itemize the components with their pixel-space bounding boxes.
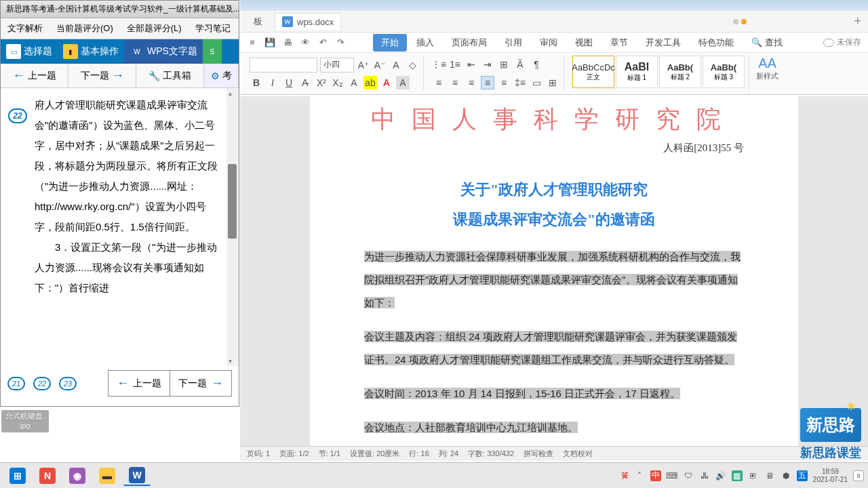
tab-green[interactable]: S [203, 39, 222, 64]
sub-icon[interactable]: X₂ [331, 76, 344, 89]
align-left-icon[interactable]: ≡ [432, 76, 446, 89]
taskbar-app-1[interactable]: N [34, 466, 61, 486]
scrollbar[interactable]: ▴ ▾ [226, 88, 239, 366]
tray-ime-icon[interactable]: ⌨ [667, 470, 677, 481]
page-22[interactable]: 22 [33, 377, 51, 390]
scroll-thumb[interactable] [228, 164, 237, 239]
nav-tools[interactable]: 🔧工具箱 [136, 64, 204, 87]
folder-icon: ▬ [99, 468, 115, 484]
rtab-layout[interactable]: 页面布局 [443, 34, 495, 52]
status-page: 页码: 1 [247, 449, 270, 459]
font-color-icon[interactable]: A [380, 76, 393, 89]
document-area[interactable]: 中国人事科学研究院 人科函[2013]55 号 关于"政府人才管理职能研究 课题… [240, 96, 868, 446]
char-shading-icon[interactable]: A [396, 76, 410, 89]
footer-next[interactable]: 下一题→ [170, 371, 231, 396]
change-case-icon[interactable]: A [389, 58, 403, 72]
align-justify-icon[interactable]: ≡ [481, 76, 494, 89]
underline-button[interactable]: U [282, 76, 296, 89]
style-h3[interactable]: AaBb(标题 3 [703, 56, 745, 88]
menu-icon[interactable]: ≡ [247, 37, 258, 48]
tray-ch-icon[interactable]: 中 [650, 470, 661, 481]
style-h2[interactable]: AaBb(标题 2 [659, 56, 701, 88]
footer-prev[interactable]: ←上一题 [108, 371, 170, 396]
status-proof[interactable]: 文档校对 [563, 449, 593, 459]
taskbar-app-2[interactable]: ◉ [64, 466, 91, 486]
search-box[interactable]: 🔍 查找 [743, 34, 791, 52]
tray-vol-icon[interactable]: 🔊 [715, 470, 726, 481]
font-family-select[interactable] [250, 58, 317, 73]
add-tab[interactable]: + [847, 12, 868, 31]
scroll-down-icon[interactable]: ▾ [229, 357, 232, 365]
menu-score-all[interactable]: 全部题评分(L) [120, 18, 189, 39]
doc-tab-active[interactable]: W wps.docx [275, 13, 341, 30]
clear-format-icon[interactable]: ◇ [406, 58, 419, 72]
italic-button[interactable]: I [266, 76, 279, 89]
rtab-section[interactable]: 章节 [602, 34, 636, 52]
rtab-ref[interactable]: 引用 [496, 34, 530, 52]
highlight-icon[interactable]: ab [363, 76, 377, 89]
taskbar-wps[interactable]: W [123, 466, 151, 486]
style-normal[interactable]: AaBbCcDc正文 [572, 56, 614, 88]
align-dist-icon[interactable]: ≡ [497, 76, 511, 89]
grow-font-icon[interactable]: A⁺ [357, 58, 370, 72]
undo-icon[interactable]: ↶ [317, 37, 328, 48]
super-icon[interactable]: X² [315, 76, 328, 89]
menu-score-current[interactable]: 当前题评分(O) [50, 18, 120, 39]
strike-icon[interactable]: A̶ [298, 76, 312, 89]
menu-notes[interactable]: 学习笔记 [189, 18, 237, 39]
print-icon[interactable]: 🖶 [282, 37, 293, 48]
status-ime[interactable]: 拼写检查 [524, 449, 553, 459]
taskbar-explorer[interactable]: ▬ [94, 466, 121, 486]
tab-wps-text[interactable]: WWPS文字题 [124, 39, 203, 64]
new-style-button[interactable]: AA 新样式 [753, 56, 781, 92]
shading-icon[interactable]: ▭ [530, 76, 543, 89]
file-chip[interactable]: 台式机键盘. jpg [1, 410, 49, 432]
tray-net-icon[interactable]: 🖧 [699, 470, 710, 481]
tray-g-icon[interactable]: ▦ [732, 470, 743, 481]
rtab-dev[interactable]: 开发工具 [637, 34, 689, 52]
rtab-review[interactable]: 审阅 [532, 34, 566, 52]
doc-tab-ban[interactable]: 板 [247, 13, 269, 30]
notification-icon[interactable]: 9 [853, 470, 864, 481]
rtab-start[interactable]: 开始 [373, 34, 407, 52]
rtab-insert[interactable]: 插入 [408, 34, 442, 52]
nav-exam[interactable]: ⚙考 [204, 64, 239, 87]
sort-icon[interactable]: Ă [513, 58, 527, 71]
numbering-icon[interactable]: 1≡ [448, 58, 462, 71]
nav-prev[interactable]: ←上一题 [1, 64, 68, 87]
save-icon[interactable]: 💾 [264, 37, 275, 48]
page-23[interactable]: 23 [59, 377, 77, 390]
rtab-view[interactable]: 视图 [567, 34, 601, 52]
rtab-special[interactable]: 特色功能 [690, 34, 742, 52]
align-right-icon[interactable]: ≡ [465, 76, 478, 89]
text-effect-icon[interactable]: A [347, 76, 361, 89]
start-button[interactable]: ⊞ [4, 466, 31, 486]
tray-shield-icon[interactable]: 🛡 [683, 470, 694, 481]
para-mark-icon[interactable]: ¶ [530, 58, 543, 71]
tray-sec-icon[interactable]: ⛨ [748, 470, 759, 481]
tab-basic[interactable]: ▮基本操作 [58, 39, 124, 64]
font-size-select[interactable]: 小四 [320, 58, 354, 73]
taskbar-clock[interactable]: 18:59 2021-07-21 [813, 468, 848, 484]
page-21[interactable]: 21 [7, 377, 25, 390]
tray-usb-icon[interactable]: ⬢ [781, 470, 791, 481]
borders-icon[interactable]: ⊞ [546, 76, 559, 89]
menu-text-parse[interactable]: 文字解析 [1, 18, 50, 39]
tray-zh-icon[interactable]: 五 [797, 470, 808, 481]
nav-next[interactable]: 下一题→ [68, 64, 136, 87]
tab-icon[interactable]: ⊞ [497, 58, 511, 71]
style-h1[interactable]: AaBl标题 1 [616, 56, 658, 88]
align-center-icon[interactable]: ≡ [448, 76, 462, 89]
tray-monitor-icon[interactable]: 🖥 [764, 470, 775, 481]
tray-up-icon[interactable]: ˄ [634, 470, 645, 481]
redo-icon[interactable]: ↷ [335, 37, 346, 48]
line-spacing-icon[interactable]: ‡≡ [513, 76, 527, 89]
bold-button[interactable]: B [250, 76, 263, 89]
indent-inc-icon[interactable]: ⇥ [481, 58, 494, 71]
indent-dec-icon[interactable]: ⇤ [465, 58, 478, 71]
preview-icon[interactable]: 👁 [300, 37, 311, 48]
tab-choice[interactable]: ▭选择题 [1, 39, 58, 64]
shrink-font-icon[interactable]: A⁻ [373, 58, 387, 72]
bullets-icon[interactable]: ⋮≡ [432, 58, 446, 71]
scroll-up-icon[interactable]: ▴ [229, 89, 232, 97]
